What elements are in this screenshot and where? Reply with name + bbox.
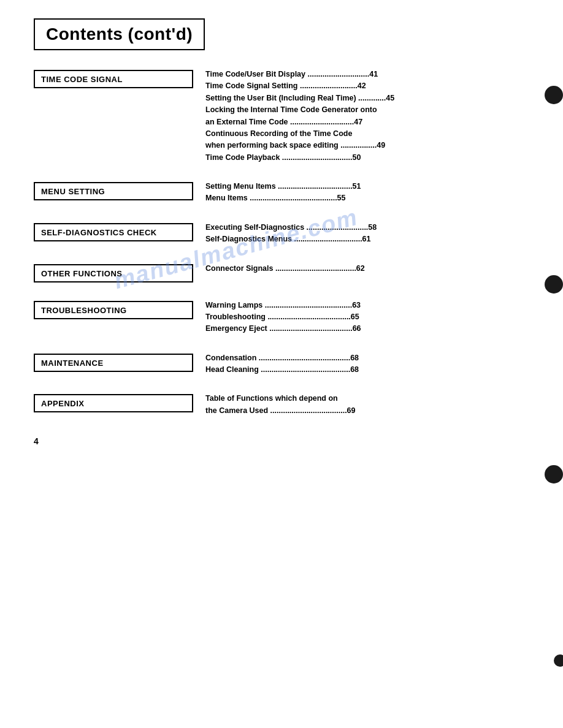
toc-entry-appendix-1: the Camera Used ........................… (205, 405, 538, 417)
toc-entry-time-code-signal-4: an External Time Code ..................… (205, 116, 538, 128)
page-title: Contents (cont'd) (46, 25, 193, 44)
toc-entry-time-code-signal-3: Locking the Internal Time Code Generator… (205, 104, 538, 116)
toc-entry-self-diagnostics-0: Executing Self-Diagnostics .............… (205, 222, 538, 233)
entries-cell-time-code-signal: Time Code/User Bit Display .............… (205, 69, 538, 164)
side-circle-3 (545, 465, 563, 483)
section-label-text-appendix: APPENDIX (41, 399, 84, 408)
section-label-cell-appendix: APPENDIX (34, 393, 205, 412)
side-circles (542, 0, 563, 728)
section-label-box-maintenance: MAINTENANCE (34, 354, 193, 372)
entries-cell-appendix: Table of Functions which depend on the C… (205, 393, 538, 417)
toc-entry-troubleshooting-0: Warning Lamps ..........................… (205, 300, 538, 311)
section-label-cell-troubleshooting: TROUBLESHOOTING (34, 300, 205, 319)
section-label-text-troubleshooting: TROUBLESHOOTING (41, 306, 127, 315)
page-container: Contents (cont'd) TIME CODE SIGNALTime C… (0, 0, 563, 458)
toc-row-maintenance: MAINTENANCECondensation ................… (34, 352, 538, 376)
toc-row-menu-setting: MENU SETTINGSetting Menu Items .........… (34, 181, 538, 205)
toc-entry-time-code-signal-2: Setting the User Bit (Including Real Tim… (205, 93, 538, 104)
section-label-box-self-diagnostics: SELF-DIAGNOSTICS CHECK (34, 223, 193, 241)
entries-cell-menu-setting: Setting Menu Items .....................… (205, 181, 538, 205)
section-label-text-other-functions: OTHER FUNCTIONS (41, 269, 122, 278)
toc-entry-menu-setting-0: Setting Menu Items .....................… (205, 181, 538, 192)
toc-row-other-functions: OTHER FUNCTIONSConnector Signals .......… (34, 263, 538, 282)
section-label-box-troubleshooting: TROUBLESHOOTING (34, 301, 193, 319)
section-label-cell-other-functions: OTHER FUNCTIONS (34, 263, 205, 282)
toc-entry-time-code-signal-7: Time Code Playback .....................… (205, 152, 538, 164)
toc-entry-appendix-0: Table of Functions which depend on (205, 393, 538, 404)
title-box: Contents (cont'd) (34, 18, 205, 50)
section-label-box-time-code-signal: TIME CODE SIGNAL (34, 70, 193, 88)
entries-cell-maintenance: Condensation ...........................… (205, 352, 538, 376)
section-label-cell-self-diagnostics: SELF-DIAGNOSTICS CHECK (34, 222, 205, 241)
toc-row-self-diagnostics: SELF-DIAGNOSTICS CHECKExecuting Self-Dia… (34, 222, 538, 246)
toc-entry-troubleshooting-1: Troubleshooting ........................… (205, 311, 538, 323)
section-label-text-time-code-signal: TIME CODE SIGNAL (41, 75, 123, 84)
toc-entry-other-functions-0: Connector Signals ......................… (205, 263, 538, 275)
toc-content: TIME CODE SIGNALTime Code/User Bit Displ… (34, 69, 538, 417)
entries-cell-self-diagnostics: Executing Self-Diagnostics .............… (205, 222, 538, 246)
entries-cell-other-functions: Connector Signals ......................… (205, 263, 538, 275)
toc-entry-maintenance-1: Head Cleaning ..........................… (205, 364, 538, 376)
toc-row-troubleshooting: TROUBLESHOOTINGWarning Lamps ...........… (34, 300, 538, 335)
toc-entry-self-diagnostics-1: Self-Diagnostics Menus .................… (205, 233, 538, 245)
side-circle-2 (545, 275, 563, 294)
side-circle-4 (554, 654, 563, 667)
toc-entry-time-code-signal-0: Time Code/User Bit Display .............… (205, 69, 538, 80)
section-label-text-menu-setting: MENU SETTING (41, 187, 105, 196)
toc-entry-time-code-signal-1: Time Code Signal Setting ...............… (205, 80, 538, 92)
toc-entry-menu-setting-1: Menu Items .............................… (205, 192, 538, 204)
toc-row-appendix: APPENDIXTable of Functions which depend … (34, 393, 538, 417)
toc-entry-troubleshooting-2: Emergency Eject ........................… (205, 323, 538, 335)
section-label-box-menu-setting: MENU SETTING (34, 182, 193, 200)
section-label-box-appendix: APPENDIX (34, 394, 193, 412)
section-label-text-maintenance: MAINTENANCE (41, 358, 104, 368)
toc-entry-time-code-signal-5: Continuous Recording of the Time Code (205, 128, 538, 140)
toc-row-time-code-signal: TIME CODE SIGNALTime Code/User Bit Displ… (34, 69, 538, 164)
toc-entry-maintenance-0: Condensation ...........................… (205, 352, 538, 364)
toc-entry-time-code-signal-6: when performing back space editing .....… (205, 140, 538, 151)
section-label-cell-maintenance: MAINTENANCE (34, 352, 205, 372)
section-label-text-self-diagnostics: SELF-DIAGNOSTICS CHECK (41, 228, 157, 237)
page-number-bottom: 4 (34, 436, 39, 446)
section-label-box-other-functions: OTHER FUNCTIONS (34, 264, 193, 282)
section-label-cell-menu-setting: MENU SETTING (34, 181, 205, 200)
entries-cell-troubleshooting: Warning Lamps ..........................… (205, 300, 538, 335)
side-circle-1 (545, 86, 563, 104)
section-label-cell-time-code-signal: TIME CODE SIGNAL (34, 69, 205, 88)
